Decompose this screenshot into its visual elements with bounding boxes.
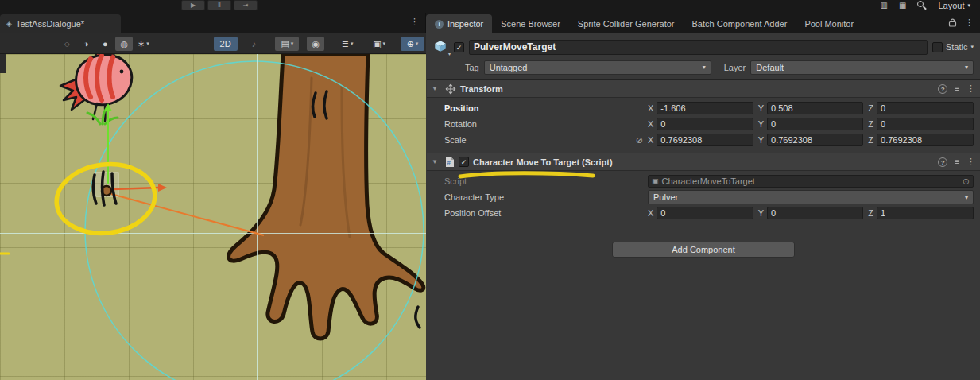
y-axis-label: Y (758, 135, 764, 145)
rotation-label: Rotation (427, 119, 648, 129)
character-type-dropdown[interactable]: Pulver ▾ (648, 190, 974, 204)
scale-label-text: Scale (444, 135, 467, 145)
layout-dropdown[interactable]: Layout ▾ (938, 1, 970, 10)
gameobject-name-field[interactable]: PulverMoveTarget (469, 40, 928, 55)
transform-title: Transform (460, 84, 934, 94)
chevron-down-icon: ▾ (291, 37, 294, 51)
x-axis-label: X (648, 119, 653, 129)
pause-button[interactable]: Ⅱ (207, 0, 231, 10)
add-component-button[interactable]: Add Component (612, 242, 795, 258)
rotation-y-field[interactable]: 0 (767, 118, 863, 130)
tab-batch-component-adder[interactable]: Batch Component Adder (684, 14, 796, 33)
component-menu-icon[interactable]: ⋮ (966, 83, 975, 94)
play-button[interactable]: ▶ (181, 0, 205, 10)
scene-view-toolbar: ◌ ◑ ● ◍ ∗ ▾ 2D ♪ ▤ ▾ ◉ ≣ ▾ ▣ ▾ ⊕ ▾ (0, 33, 426, 54)
foldout-icon[interactable]: ▼ (432, 85, 441, 92)
tab-inspector-label: Inspector (447, 19, 483, 29)
search-icon[interactable] (917, 1, 927, 10)
gizmo-icon: ⊕ (407, 37, 414, 51)
offset-x-field[interactable]: 0 (657, 207, 753, 219)
tab-label: Pool Monitor (804, 19, 854, 29)
layer-dropdown[interactable]: Default ▾ (750, 60, 974, 75)
effects-icon: ▤ (281, 37, 289, 51)
unity-editor-window: ▶ Ⅱ ⇥ ▥ ▦ Layout ▾ ◈ TestAssDialogue* ⋮ … (0, 0, 980, 380)
presets-icon[interactable]: ≡ (955, 157, 959, 166)
effects-dropdown-button[interactable]: ▤ ▾ (275, 37, 299, 51)
2d-toggle-button[interactable]: 2D (214, 37, 238, 51)
z-axis-label: Z (868, 103, 873, 113)
inspector-menu-icon[interactable]: ⋮ (965, 17, 974, 28)
scene-view-canvas[interactable] (0, 54, 426, 380)
tab-scene-browser[interactable]: Scene Browser (492, 14, 569, 33)
scale-row: Scale⊘ X0.7692308 Y0.7692308 Z0.7692308 (427, 132, 980, 148)
chevron-down-icon: ▾ (965, 194, 968, 201)
transform-header[interactable]: ▼ Transform ? ≡ ⋮ (427, 79, 980, 98)
tag-label: Tag (465, 63, 479, 72)
help-icon[interactable]: ? (938, 84, 947, 94)
script-asset-icon: ▣ (652, 177, 659, 185)
scale-link-icon[interactable]: ⊘ (636, 135, 643, 145)
layers-icon: ≣ (342, 37, 349, 51)
tag-dropdown[interactable]: Untagged ▾ (484, 60, 711, 75)
visibility-toggle-button[interactable]: ◉ (307, 37, 324, 51)
static-checkbox[interactable] (932, 42, 943, 52)
tab-label: Batch Component Adder (692, 19, 788, 29)
chevron-down-icon: ▾ (416, 37, 419, 51)
grid-icon[interactable]: ▦ (899, 0, 906, 11)
character-type-row: Character Type Pulver ▾ (427, 189, 980, 205)
main-toolbar: ▶ Ⅱ ⇥ ▥ ▦ Layout ▾ (0, 0, 980, 13)
camera-dropdown-button[interactable]: ▣ ▾ (367, 37, 391, 51)
component-menu-icon[interactable]: ⋮ (966, 157, 975, 167)
step-button[interactable]: ⇥ (234, 0, 258, 10)
layer-value: Default (756, 63, 960, 72)
position-x-field[interactable]: -1.606 (657, 102, 753, 114)
script-component-header[interactable]: ▼ # ✓ Character Move To Target (Script) … (427, 153, 980, 171)
layers-dropdown-button[interactable]: ≣ ▾ (335, 37, 359, 51)
audio-toggle-button[interactable]: ♪ (246, 37, 263, 51)
lock-icon[interactable] (948, 18, 957, 27)
scale-y-field[interactable]: 0.7692308 (767, 134, 863, 146)
solid-sphere-icon: ● (103, 37, 108, 51)
scale-label: Scale⊘ (427, 135, 648, 145)
z-axis-label: Z (868, 119, 873, 129)
draw-mode-shaded-wire-button[interactable]: ◑ (77, 37, 95, 51)
static-dropdown-icon[interactable]: ▾ (970, 44, 974, 50)
draw-mode-textured-button[interactable]: ◍ (115, 37, 133, 51)
active-checkbox[interactable]: ✓ (454, 42, 464, 52)
inspector-tab-area: i Inspector Scene Browser Sprite Collide… (426, 13, 980, 33)
package-stack-icon[interactable]: ▥ (881, 0, 888, 11)
scale-z-field[interactable]: 0.7692308 (877, 134, 974, 146)
static-label: Static (946, 42, 968, 52)
offset-z-field[interactable]: 1 (877, 207, 974, 219)
draw-mode-shaded-button[interactable]: ● (96, 37, 114, 51)
rotation-z-field[interactable]: 0 (877, 118, 974, 130)
draw-mode-wireframe-button[interactable]: ◌ (58, 37, 76, 51)
position-y-field[interactable]: 0.508 (767, 102, 863, 114)
scene-tab-menu-icon[interactable]: ⋮ (410, 17, 419, 27)
script-rows: Script ▣ CharacterMoveToTarget ⊙ Charact… (427, 171, 980, 227)
script-object-field[interactable]: ▣ CharacterMoveToTarget ⊙ (648, 175, 974, 188)
object-picker-icon[interactable]: ⊙ (963, 176, 970, 187)
help-icon[interactable]: ? (938, 157, 947, 167)
script-component-title: Character Move To Target (Script) (473, 157, 934, 167)
script-enabled-checkbox[interactable]: ✓ (459, 157, 469, 167)
character-type-label: Character Type (427, 192, 648, 202)
presets-icon[interactable]: ≡ (955, 84, 959, 93)
rotation-x-field[interactable]: 0 (657, 118, 753, 130)
position-z-field[interactable]: 0 (877, 102, 974, 114)
tab-scene-view[interactable]: ◈ TestAssDialogue* (0, 14, 121, 33)
x-axis-label: X (648, 103, 653, 113)
scale-x-field[interactable]: 0.7692308 (657, 134, 753, 146)
tab-pool-monitor[interactable]: Pool Monitor (796, 14, 862, 33)
character-type-value: Pulver (653, 192, 960, 202)
tab-inspector[interactable]: i Inspector (426, 14, 492, 33)
foldout-icon[interactable]: ▼ (432, 158, 441, 165)
x-axis-label: X (648, 135, 653, 145)
tab-sprite-collider-generator[interactable]: Sprite Collider Generator (569, 14, 684, 33)
2d-label: 2D (220, 37, 231, 51)
offset-y-field[interactable]: 0 (767, 207, 863, 219)
render-mode-dropdown-button[interactable]: ∗ ▾ (134, 37, 152, 51)
wireframe-sphere-icon: ◌ (64, 37, 70, 51)
chevron-down-icon: ▾ (703, 64, 706, 71)
gizmos-dropdown-button[interactable]: ⊕ ▾ (401, 37, 424, 51)
